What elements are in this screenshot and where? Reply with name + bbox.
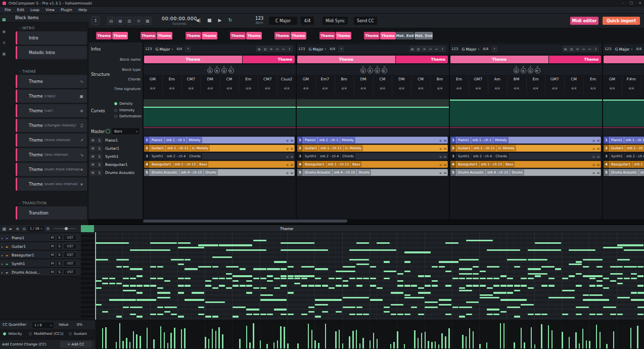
cc-quantifier-select[interactable]: 1 / 8 ▾ xyxy=(32,322,54,328)
midi-note[interactable] xyxy=(637,307,644,308)
midi-note[interactable] xyxy=(596,280,603,282)
velocity-bar[interactable] xyxy=(534,344,536,348)
block-type-marker[interactable]: ∧A xyxy=(214,65,220,74)
midi-note[interactable] xyxy=(260,294,273,296)
midi-note[interactable] xyxy=(541,266,555,268)
bars-dropdown[interactable]: Bars ▾ xyxy=(112,128,140,135)
section-key-select[interactable]: G Major xyxy=(615,47,629,52)
midi-note[interactable] xyxy=(452,278,458,279)
midi-note[interactable] xyxy=(267,268,280,270)
sidebar-item-theme[interactable]: Theme(more intense)↗ xyxy=(16,134,87,147)
clip-grid-icon[interactable]: ⊞ xyxy=(597,139,600,142)
time-sig-cell[interactable]: 4/4 xyxy=(354,86,373,92)
midi-note[interactable] xyxy=(233,285,239,286)
midi-note[interactable] xyxy=(500,299,527,300)
midi-note[interactable] xyxy=(102,283,108,284)
vst-button[interactable]: VST xyxy=(63,260,77,267)
midi-note[interactable] xyxy=(617,278,623,279)
velocity-bar[interactable] xyxy=(356,330,357,348)
midi-note[interactable] xyxy=(226,266,239,268)
midi-note[interactable] xyxy=(281,314,287,315)
vst-button[interactable]: VST xyxy=(63,235,77,241)
time-sig-cell[interactable]: 4/4 xyxy=(545,86,564,92)
midi-note[interactable] xyxy=(370,278,376,279)
midi-note[interactable] xyxy=(610,280,616,282)
midi-note[interactable] xyxy=(432,280,438,282)
midi-editor-button[interactable]: Midi editor xyxy=(570,17,599,25)
section-time-signature[interactable]: 4/4 xyxy=(483,47,488,51)
section-time-signature[interactable]: 4/4 xyxy=(330,47,335,51)
velocity-bar[interactable] xyxy=(160,326,162,348)
midi-note[interactable] xyxy=(246,292,252,293)
midi-note[interactable] xyxy=(185,268,198,270)
midi-note[interactable] xyxy=(260,287,266,289)
midi-note[interactable] xyxy=(308,275,314,277)
midi-note[interactable] xyxy=(130,268,143,270)
midi-note[interactable] xyxy=(198,244,218,246)
solo-button[interactable]: S xyxy=(56,269,63,275)
time-sig-cell[interactable]: 4/4 xyxy=(335,86,354,92)
clip-grid-icon[interactable]: ⊞ xyxy=(597,163,600,166)
velocity-bar[interactable] xyxy=(551,330,553,348)
midi-note[interactable] xyxy=(150,266,156,268)
midi-note[interactable] xyxy=(473,266,479,268)
velocity-bar[interactable] xyxy=(116,342,117,348)
block-type-marker[interactable]: ∧Q xyxy=(207,65,213,74)
chord-cell[interactable]: GM7 xyxy=(469,77,488,83)
midi-note[interactable] xyxy=(493,314,499,315)
midi-note[interactable] xyxy=(274,261,287,263)
midi-note[interactable] xyxy=(281,249,328,251)
midi-note[interactable] xyxy=(411,307,417,308)
midi-note[interactable] xyxy=(157,287,163,289)
midi-note[interactable] xyxy=(418,287,424,289)
midi-note[interactable] xyxy=(226,287,232,289)
midi-note[interactable] xyxy=(349,259,369,260)
midi-note[interactable] xyxy=(500,311,507,313)
midi-note[interactable] xyxy=(116,266,122,268)
midi-note[interactable] xyxy=(603,287,609,289)
expand-icon[interactable]: ▸ xyxy=(2,262,3,266)
midi-note[interactable] xyxy=(480,271,486,272)
midi-note[interactable] xyxy=(631,292,637,293)
midi-note[interactable] xyxy=(466,278,472,279)
midi-note[interactable] xyxy=(260,299,287,300)
midi-note[interactable] xyxy=(466,240,493,241)
time-sig-cell[interactable]: 4/4 xyxy=(430,86,449,92)
midi-note[interactable] xyxy=(260,278,266,279)
midi-note[interactable] xyxy=(589,294,603,296)
clip-piano1[interactable]: 1Piano1orb 1 - ch 1Melody≡⊞ xyxy=(297,137,448,144)
midi-note[interactable] xyxy=(274,287,280,289)
zoom-in-icon[interactable]: ⊕ xyxy=(15,227,20,231)
velocity-bar[interactable] xyxy=(352,331,354,348)
midi-note[interactable] xyxy=(610,314,616,315)
mute-button[interactable]: M xyxy=(49,252,56,258)
block-pill-left[interactable]: Theme xyxy=(230,32,246,39)
midi-note[interactable] xyxy=(356,242,370,244)
midi-note[interactable] xyxy=(535,242,562,244)
clip-grid-icon[interactable]: ⊞ xyxy=(597,155,600,158)
midi-note[interactable] xyxy=(212,287,218,289)
time-sig-cell[interactable]: 4/4 xyxy=(526,86,545,92)
midi-note[interactable] xyxy=(205,285,211,286)
midi-note[interactable] xyxy=(123,307,129,308)
midi-note[interactable] xyxy=(267,314,273,315)
mute-button[interactable]: M xyxy=(49,235,56,241)
midi-note[interactable] xyxy=(397,280,403,282)
velocity-bar[interactable] xyxy=(129,342,131,348)
midi-note[interactable] xyxy=(377,287,383,289)
sidebar-item-theme[interactable]: Theme(var)≋ xyxy=(16,104,87,117)
midi-note[interactable] xyxy=(480,278,486,279)
section-tool-icon-1[interactable]: ▥ xyxy=(262,46,268,52)
midi-note[interactable] xyxy=(596,314,603,315)
chord-cell[interactable]: Em7 xyxy=(315,77,335,83)
velocity-bar[interactable] xyxy=(435,341,436,348)
midi-note[interactable] xyxy=(459,259,479,260)
midi-note[interactable] xyxy=(418,314,424,315)
midi-note[interactable] xyxy=(624,249,644,251)
velocity-bar[interactable] xyxy=(589,341,590,348)
section-tool-icon-0[interactable]: ▤ xyxy=(409,46,415,52)
midi-note[interactable] xyxy=(473,273,479,275)
midi-note[interactable] xyxy=(445,242,458,244)
midi-note[interactable] xyxy=(445,314,451,315)
velocity-bar[interactable] xyxy=(266,344,268,348)
